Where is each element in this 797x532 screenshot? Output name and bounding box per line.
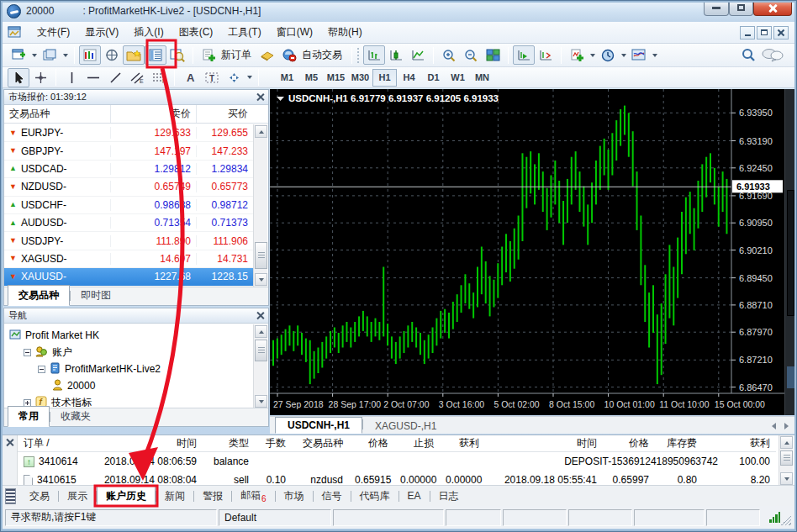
scroll-down-icon[interactable] bbox=[255, 273, 267, 286]
tab-日志[interactable]: 日志 bbox=[430, 487, 467, 506]
terminal-close-icon[interactable] bbox=[6, 439, 13, 446]
tab-新闻[interactable]: 新闻 bbox=[156, 487, 193, 506]
column-header[interactable]: 获利 bbox=[440, 435, 485, 451]
mdi-close-button[interactable] bbox=[773, 26, 789, 40]
new-chart-dropdown[interactable] bbox=[29, 45, 39, 65]
chart-right-scrollbar[interactable] bbox=[784, 89, 795, 415]
navigator-item[interactable]: 20000 bbox=[4, 377, 253, 394]
market-watch-button[interactable] bbox=[79, 45, 101, 65]
close-button[interactable] bbox=[753, 0, 792, 16]
tab-收藏夹[interactable]: 收藏夹 bbox=[50, 407, 101, 426]
zoom-out-button[interactable] bbox=[460, 45, 482, 65]
indicators-button[interactable] bbox=[566, 45, 588, 65]
timeframe-button-M1[interactable]: M1 bbox=[275, 69, 299, 87]
column-header[interactable]: 价格 bbox=[603, 435, 655, 451]
resize-grip[interactable] bbox=[781, 515, 791, 525]
column-header[interactable]: 价格 bbox=[349, 435, 394, 451]
navigator-item[interactable]: f技术指标 bbox=[4, 394, 253, 407]
search-icon[interactable] bbox=[737, 45, 759, 65]
market-watch-row[interactable]: ▲USDCAD-1.298121.29834 bbox=[4, 161, 253, 178]
market-watch-header[interactable]: 市场报价: 01:39:12 bbox=[4, 90, 268, 105]
tab-代码库[interactable]: 代码库 bbox=[351, 487, 398, 506]
tab-账户历史[interactable]: 账户历史 bbox=[97, 486, 156, 507]
market-watch-row[interactable]: ▼NZDUSD-0.657490.65773 bbox=[4, 178, 253, 196]
navigator-item[interactable]: Profit Market HK bbox=[4, 327, 253, 344]
column-header[interactable]: 订单 / bbox=[18, 435, 93, 451]
scroll-thumb[interactable] bbox=[255, 242, 267, 269]
market-watch-row[interactable]: ▼EURJPY-129.633129.655 bbox=[4, 124, 253, 142]
prev-tab-icon[interactable] bbox=[772, 423, 776, 429]
tab-展示[interactable]: 展示 bbox=[59, 487, 96, 506]
tab-即时图[interactable]: 即时图 bbox=[71, 286, 121, 305]
navigator-button[interactable] bbox=[123, 45, 145, 65]
templates-button[interactable] bbox=[628, 45, 650, 65]
column-header[interactable]: 库存费 bbox=[655, 435, 703, 451]
timeframe-button-MN[interactable]: MN bbox=[470, 69, 494, 87]
horizontal-line-button[interactable] bbox=[82, 68, 104, 87]
market-watch-row[interactable]: ▼XAUUSD-1227.681228.15 bbox=[4, 268, 253, 286]
chart-tab-USDCNH-,H1[interactable]: USDCNH-,H1 bbox=[275, 417, 362, 434]
data-window-button[interactable] bbox=[101, 45, 123, 65]
chart-shift-button[interactable] bbox=[535, 45, 557, 65]
tab-邮箱[interactable]: 邮箱6 bbox=[232, 486, 275, 505]
new-chart-button[interactable] bbox=[8, 45, 29, 65]
scroll-thumb[interactable] bbox=[780, 450, 793, 466]
templates-dropdown[interactable] bbox=[650, 45, 659, 65]
menu-item[interactable]: 文件(F) bbox=[29, 23, 77, 42]
scroll-up-icon[interactable] bbox=[255, 125, 267, 138]
scroll-up-icon[interactable] bbox=[780, 436, 793, 449]
navigator-item[interactable]: 账户 bbox=[4, 344, 253, 361]
mdi-restore-button[interactable] bbox=[757, 26, 772, 40]
menu-item[interactable]: 窗口(W) bbox=[269, 23, 320, 42]
market-watch-row[interactable]: ▲AUDUSD-0.713540.71373 bbox=[4, 214, 253, 232]
crosshair-button[interactable] bbox=[29, 68, 51, 87]
menu-item[interactable]: 工具(T) bbox=[220, 23, 268, 42]
scroll-thumb[interactable] bbox=[787, 190, 794, 316]
mdi-minimize-button[interactable] bbox=[740, 26, 755, 40]
restore-button[interactable] bbox=[729, 0, 753, 16]
tab-交易[interactable]: 交易 bbox=[21, 487, 58, 506]
profile-segment[interactable]: Default bbox=[219, 509, 331, 526]
equidistant-channel-button[interactable]: E bbox=[126, 68, 148, 87]
autotrading-label[interactable]: 自动交易 bbox=[302, 48, 342, 62]
chart-window[interactable]: 6.939506.931906.924506.916906.909506.902… bbox=[270, 89, 784, 415]
column-header[interactable]: 获利 bbox=[703, 435, 776, 451]
periods-dropdown[interactable] bbox=[619, 45, 628, 65]
column-header[interactable]: 时间 bbox=[93, 435, 203, 451]
tile-windows-button[interactable] bbox=[482, 45, 504, 65]
timeframe-button-W1[interactable]: W1 bbox=[446, 69, 470, 87]
tab-EA[interactable]: EA bbox=[399, 487, 430, 504]
trendline-button[interactable] bbox=[104, 68, 126, 87]
vps-grid-icon[interactable] bbox=[5, 488, 16, 504]
fibonacci-button[interactable]: F bbox=[148, 68, 170, 87]
timeframe-button-H4[interactable]: H4 bbox=[397, 69, 421, 87]
navigator-close-icon[interactable] bbox=[256, 312, 264, 319]
text-button[interactable]: A bbox=[179, 68, 201, 87]
zoom-in-button[interactable] bbox=[438, 45, 460, 65]
periods-button[interactable] bbox=[597, 45, 619, 65]
menu-item[interactable]: 图表(C) bbox=[172, 23, 221, 42]
minimize-button[interactable] bbox=[704, 0, 729, 16]
scroll-down-icon[interactable] bbox=[780, 472, 793, 485]
navigator-scrollbar[interactable] bbox=[253, 324, 267, 408]
timeframe-button-M5[interactable]: M5 bbox=[299, 69, 324, 87]
column-header[interactable]: 时间 bbox=[485, 435, 603, 451]
profiles-button[interactable] bbox=[39, 45, 61, 65]
scroll-thumb[interactable] bbox=[255, 340, 267, 361]
column-header[interactable]: 止损 bbox=[394, 435, 440, 451]
price-chart[interactable]: 6.939506.931906.924506.916906.909506.902… bbox=[270, 89, 784, 415]
new-order-button[interactable] bbox=[198, 45, 219, 65]
next-tab-icon[interactable] bbox=[784, 423, 789, 429]
market-watch-close-icon[interactable] bbox=[256, 93, 264, 101]
new-order-label[interactable]: 新订单 bbox=[221, 48, 251, 62]
autotrading-button[interactable] bbox=[278, 45, 300, 65]
market-watch-row[interactable]: ▼USDJPY-111.890111.906 bbox=[4, 232, 253, 250]
column-header[interactable]: 交易品种 bbox=[292, 435, 349, 451]
tab-信号[interactable]: 信号 bbox=[314, 487, 351, 506]
candlestick-type-button[interactable] bbox=[385, 45, 407, 65]
market-watch-scrollbar[interactable] bbox=[253, 124, 267, 287]
chat-icon[interactable] bbox=[759, 45, 786, 65]
menu-item[interactable]: 帮助(H) bbox=[320, 23, 370, 42]
text-label-button[interactable]: T bbox=[201, 68, 223, 87]
scroll-down-icon[interactable] bbox=[255, 395, 267, 408]
